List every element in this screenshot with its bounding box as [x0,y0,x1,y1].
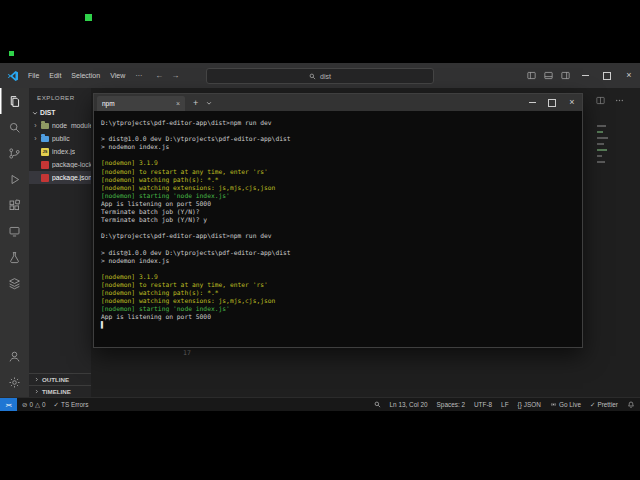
indentation[interactable]: Spaces: 2 [437,401,465,408]
terminal-output[interactable]: D:\ytprojects\pdf-editor-app\dist>npm ru… [94,111,582,349]
more-actions-icon[interactable] [615,96,624,105]
sidebar-item-remote-explorer[interactable] [0,218,29,244]
terminal-window-controls: × [522,94,582,111]
file-tree-item[interactable]: › public [29,132,91,145]
sidebar-item-search[interactable] [0,114,29,140]
sidebar-item-testing[interactable] [0,244,29,270]
terminal-line: ▌ [101,321,582,329]
terminal-line: > nodemon index.js [101,257,582,265]
terminal-line [101,265,582,273]
menu-item[interactable]: Selection [66,63,105,88]
close-button[interactable]: × [618,63,640,88]
titlebar-right: × [523,63,640,88]
terminal-line [101,240,582,248]
toggle-sidebar-icon[interactable] [523,63,540,88]
language-mode[interactable]: {} JSON [518,401,541,408]
ts-errors-status[interactable]: ✓ TS Errors [54,401,89,409]
file-name: package-lock.json [52,161,91,168]
close-button[interactable]: × [562,94,582,111]
error-icon: ⊘ [22,401,27,409]
remote-explorer-icon [8,225,21,238]
terminal-line: [nodemon] watching extensions: js,mjs,cj… [101,297,582,305]
customize-layout-icon[interactable] [557,63,574,88]
status-left: ⊘ 0 △ 0 ✓ TS Errors [22,401,88,409]
problems-indicator[interactable]: ⊘ 0 △ 0 [22,401,46,409]
tab-close-icon[interactable]: × [176,100,180,107]
terminal-line [101,127,582,135]
terminal-tab[interactable]: npm × [97,96,185,111]
settings-button[interactable] [0,369,29,395]
maximize-button[interactable] [596,63,618,88]
terminal-window[interactable]: npm × + × D:\ytprojects\pdf-editor-app\d… [93,93,583,348]
minimap-line [597,131,603,133]
terminal-line: D:\ytprojects\pdf-editor-app\dist>npm ru… [101,232,582,240]
menu-item[interactable]: File [23,63,44,88]
menu-item[interactable]: ⋯ [130,63,147,88]
nav-back-icon[interactable]: ← [155,71,163,80]
terminal-line: > nodemon index.js [101,143,582,151]
terminal-line: Terminate batch job (Y/N)? y [101,216,582,224]
terminal-line [101,224,582,232]
explorer-sidebar: EXPLORER DIST › node_modules › public [29,88,91,397]
vscode-logo-icon [7,70,19,82]
search-icon [8,121,21,134]
file-tree-item[interactable]: index.js [29,145,91,158]
new-tab-button[interactable]: + [193,98,198,108]
sidebar-item-source-control[interactable] [0,140,29,166]
terminal-line: [nodemon] starting 'node index.js' [101,192,582,200]
file-tree-item[interactable]: › node_modules [29,119,91,132]
command-center-search[interactable]: dist [206,68,434,84]
chevron-down-icon [32,110,38,116]
sidebar-item-docker[interactable] [0,270,29,296]
menu-item[interactable]: View [105,63,130,88]
toggle-panel-icon[interactable] [540,63,557,88]
terminal-line: App is listening on port 5000 [101,200,582,208]
remote-indicator[interactable]: >< [0,398,17,411]
source-control-icon [8,147,21,160]
sidebar-item-explorer[interactable] [0,88,29,114]
sidebar-item-extensions[interactable] [0,192,29,218]
activity-bar-bottom [0,343,29,395]
terminal-tab-title: npm [102,100,115,107]
minimap-line [597,155,602,157]
minimize-button[interactable] [522,94,542,111]
prettier-status[interactable]: ✓ Prettier [590,401,618,409]
search-status-icon[interactable] [374,401,381,408]
outline-section[interactable]: OUTLINE [29,373,91,385]
accounts-button[interactable] [0,343,29,369]
outline-label: OUTLINE [42,376,69,383]
file-name: public [52,135,70,142]
error-count: 0 [29,401,33,408]
file-type-icon [41,136,49,142]
file-tree-item[interactable]: package.json [29,171,91,184]
sidebar-item-run-debug[interactable] [0,166,29,192]
status-right: Ln 13, Col 20 Spaces: 2 UTF-8 LF {} JSON… [374,398,635,411]
file-tree-item[interactable]: package-lock.json [29,158,91,171]
menu-item[interactable]: Edit [44,63,66,88]
warning-icon: △ [35,401,40,409]
terminal-line: [nodemon] 3.1.9 [101,273,582,281]
terminal-titlebar[interactable]: npm × + × [94,94,582,111]
cursor-position[interactable]: Ln 13, Col 20 [390,401,428,408]
encoding[interactable]: UTF-8 [474,401,492,408]
minimize-icon [529,102,536,103]
chevron-right-icon: › [33,135,38,142]
timeline-section[interactable]: TIMELINE [29,385,91,397]
search-icon [309,73,316,80]
workspace-root-folder[interactable]: DIST [29,106,91,119]
eol-sequence[interactable]: LF [501,401,508,408]
go-live-button[interactable]: Go Live [550,401,581,408]
nav-forward-icon[interactable]: → [171,71,179,80]
minimap[interactable] [597,125,611,167]
go-live-label: Go Live [559,401,581,408]
check-icon: ✓ [590,401,595,409]
file-type-icon [41,148,49,156]
gear-icon [8,376,21,389]
bell-icon[interactable] [627,401,635,409]
minimize-button[interactable] [574,63,596,88]
split-editor-icon[interactable] [596,96,605,105]
file-name: index.js [52,148,75,155]
maximize-button[interactable] [542,94,562,111]
maximize-icon [548,99,556,107]
tab-dropdown-icon[interactable] [206,100,212,106]
